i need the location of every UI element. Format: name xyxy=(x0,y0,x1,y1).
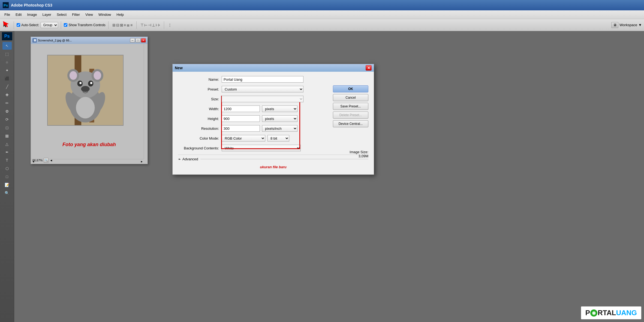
show-transform-checkbox[interactable] xyxy=(64,23,67,27)
uang-text: UANG xyxy=(616,309,637,317)
tool-eyedropper[interactable]: ╱ xyxy=(2,83,12,91)
doc-image xyxy=(47,55,124,126)
extra-icons: ⋮ xyxy=(167,23,173,27)
advanced-label[interactable]: Advanced xyxy=(182,157,198,161)
tool-path[interactable]: ⬡ xyxy=(2,165,12,172)
color-mode-select[interactable]: RGB Color xyxy=(222,135,265,142)
menu-layer[interactable]: Layer xyxy=(40,11,54,18)
ok-button[interactable]: OK xyxy=(333,85,368,92)
tool-clone[interactable]: ✿ xyxy=(2,107,12,115)
dialog-titlebar: New ✕ xyxy=(173,64,374,72)
preset-label: Preset: xyxy=(178,87,219,91)
workspace-icon: 🖥 xyxy=(611,22,618,28)
menu-view[interactable]: View xyxy=(83,11,96,18)
sep5 xyxy=(164,21,164,29)
resolution-unit-select[interactable]: pixels/inch xyxy=(262,125,297,132)
doc-win-buttons: ─ □ ✕ xyxy=(130,38,146,43)
advanced-icon: ❧ xyxy=(178,157,181,161)
scroll-arrow: ◄ xyxy=(50,159,53,162)
width-label: Width: xyxy=(178,107,219,111)
bit-depth-select[interactable]: 8 bit xyxy=(267,135,289,142)
portaluang-watermark: P ◉ RTAL UANG xyxy=(581,306,641,319)
tool-select[interactable]: ⬚ xyxy=(2,50,12,58)
move-tool[interactable] xyxy=(2,21,11,29)
zoom-icon: 🔍 xyxy=(44,158,49,163)
canvas-area: 🖼 Screenshot_2.jpg @ 66... ─ □ ✕ xyxy=(14,31,644,322)
doc-scrollbar-vertical[interactable] xyxy=(144,44,148,159)
doc-title: Screenshot_2.jpg @ 66... xyxy=(38,39,72,42)
annotation-text: ukuran file baru xyxy=(178,165,368,169)
resolution-row: Resolution: pixels/inch xyxy=(178,125,368,132)
tool-crop[interactable]: ⬛ xyxy=(2,75,12,82)
tool-notes[interactable]: 📝 xyxy=(2,181,12,189)
tool-brush[interactable]: ✏ xyxy=(2,99,12,107)
menu-select[interactable]: Select xyxy=(54,11,69,18)
tool-type[interactable]: T xyxy=(2,157,12,164)
size-dropdown-container xyxy=(222,96,303,102)
size-label: Size: xyxy=(178,97,219,101)
resolution-label: Resolution: xyxy=(178,127,219,131)
tool-heal[interactable]: ✚ xyxy=(2,91,12,99)
size-select[interactable] xyxy=(222,96,303,102)
dialog-title: New xyxy=(175,66,183,70)
align-icons: ⊞ ⊟ ⊠ ≡ ≣ ≡ xyxy=(111,23,134,27)
document-window: 🖼 Screenshot_2.jpg @ 66... ─ □ ✕ xyxy=(31,37,148,164)
tool-move[interactable]: ↖ xyxy=(2,42,12,50)
group-select[interactable]: Group xyxy=(41,22,58,28)
name-label: Name: xyxy=(178,77,219,82)
height-label: Height: xyxy=(178,117,219,121)
dialog-body: OK Cancel Save Preset... Delete Preset..… xyxy=(173,72,374,174)
menu-help[interactable]: Help xyxy=(114,11,127,18)
svg-point-8 xyxy=(70,71,77,80)
name-input[interactable] xyxy=(222,76,303,83)
menu-edit[interactable]: Edit xyxy=(13,11,24,18)
workspace-area: 🖥 Workspace ▼ xyxy=(611,22,642,28)
auto-select-checkbox[interactable] xyxy=(17,23,20,27)
doc-content: Foto yang akan diubah ◄ ► 66,67% 🔍 ◄ xyxy=(31,44,148,164)
doc-icon: 🖼 xyxy=(32,38,37,43)
preset-select[interactable]: Custom xyxy=(222,86,303,92)
app-title: Adobe Photoshop CS3 xyxy=(11,3,52,7)
doc-minimize-btn[interactable]: ─ xyxy=(130,38,135,43)
menu-image[interactable]: Image xyxy=(24,11,40,18)
resolution-input[interactable] xyxy=(222,125,260,132)
width-input[interactable] xyxy=(222,106,260,112)
color-mode-label: Color Mode: xyxy=(178,136,219,140)
preset-dropdown-container: Custom xyxy=(222,86,303,92)
tool-gradient[interactable]: ▦ xyxy=(2,132,12,140)
titlebar: Ps Adobe Photoshop CS3 xyxy=(0,0,644,10)
menu-file[interactable]: File xyxy=(2,11,13,18)
new-dialog: New ✕ OK Cancel Save Preset... Delete Pr… xyxy=(172,64,374,175)
tool-shape[interactable]: □ xyxy=(2,173,12,180)
workspace-arrow-icon: ▼ xyxy=(638,23,642,27)
advanced-row: ❧ Advanced xyxy=(178,155,368,163)
toolbar: Auto-Select: Group Show Transform Contro… xyxy=(0,19,644,31)
svg-point-10 xyxy=(94,71,101,80)
bg-contents-select[interactable]: White xyxy=(222,145,301,151)
doc-zoom-info: 66,67% 🔍 ◄ xyxy=(32,158,53,163)
height-input[interactable] xyxy=(222,115,260,122)
width-unit-select[interactable]: pixels xyxy=(262,106,297,112)
tool-pen[interactable]: ✒ xyxy=(2,148,12,156)
doc-maximize-btn[interactable]: □ xyxy=(136,38,140,43)
doc-close-btn[interactable]: ✕ xyxy=(141,38,146,43)
menu-window[interactable]: Window xyxy=(96,11,114,18)
tool-dodge[interactable]: △ xyxy=(2,140,12,148)
doc-image-label: Foto yang akan diubah xyxy=(62,142,116,148)
workspace-label[interactable]: Workspace xyxy=(619,23,637,27)
tool-lasso[interactable]: ○ xyxy=(2,58,12,66)
svg-point-18 xyxy=(76,97,95,119)
height-unit-select[interactable]: pixels xyxy=(262,115,297,122)
tool-zoom[interactable]: 🔍 xyxy=(2,189,12,197)
size-row: Size: xyxy=(178,96,368,102)
main-area: Ps ↖ ⬚ ○ ✦ ⬛ ╱ ✚ ✏ ✿ ⟳ ◻ ▦ △ ✒ T ⬡ □ 📝 🔍… xyxy=(0,31,644,322)
tool-eraser[interactable]: ◻ xyxy=(2,124,12,131)
doc-titlebar: 🖼 Screenshot_2.jpg @ 66... ─ □ ✕ xyxy=(31,37,148,44)
width-row: Width: pixels xyxy=(178,106,368,112)
rtal-text: RTAL xyxy=(598,309,616,317)
tool-wand[interactable]: ✦ xyxy=(2,67,12,74)
sep1 xyxy=(14,21,14,29)
tool-history[interactable]: ⟳ xyxy=(2,116,12,123)
dialog-close-btn[interactable]: ✕ xyxy=(366,65,372,71)
menu-filter[interactable]: Filter xyxy=(69,11,83,18)
